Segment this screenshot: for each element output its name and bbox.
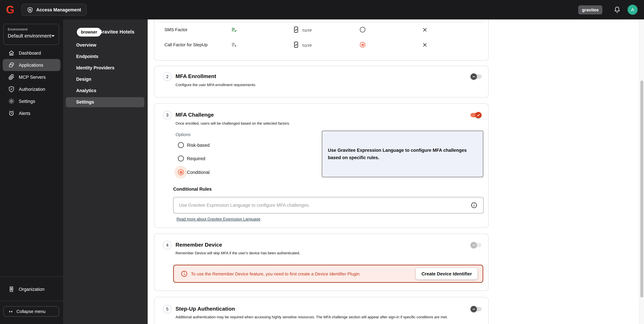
- application-sidebar: browser Gravitee Hotels Overview Endpoin…: [63, 19, 148, 324]
- sidebar-item-alerts[interactable]: Alerts: [3, 107, 60, 119]
- access-management-button[interactable]: Access Management: [22, 4, 86, 16]
- product-label: Access Management: [36, 7, 81, 12]
- main-content: SMS Factor TOTP Call Factor for StepUp: [148, 19, 644, 324]
- applications-icon: [8, 62, 15, 68]
- section-title: Remember Device: [176, 242, 222, 248]
- scrollbar-track[interactable]: [639, 19, 644, 324]
- mfa-challenge-toggle[interactable]: [470, 112, 482, 118]
- row-divider: [158, 22, 484, 22]
- conditional-rules-label: Conditional Rules: [173, 187, 212, 192]
- topbar: G Access Management gravitee A: [0, 0, 644, 19]
- option-radio-conditional[interactable]: [178, 169, 184, 175]
- expression-language-info-panel: Use Gravitee Expression Language to conf…: [322, 131, 483, 177]
- app-window: G Access Management gravitee A Environme…: [0, 0, 644, 324]
- option-label: Risk-based: [187, 143, 210, 148]
- sidebar-item-authorization[interactable]: Authorization: [3, 83, 60, 95]
- app-name: Gravitee Hotels: [99, 29, 134, 34]
- gear-icon: [8, 98, 15, 105]
- toggle-thumb-minus-icon: [470, 242, 477, 248]
- scrollbar-thumb[interactable]: [640, 80, 643, 298]
- shield-check-icon: [8, 86, 15, 92]
- collapse-icon: [8, 309, 13, 314]
- sidebar-item-label: Dashboard: [19, 50, 41, 55]
- conditional-rules-input[interactable]: [173, 197, 484, 213]
- factor-name: SMS Factor: [164, 27, 188, 32]
- section-title: Step-Up Authentication: [176, 306, 235, 312]
- app-type-chip: browser: [77, 28, 101, 36]
- org-switcher-button[interactable]: gravitee: [578, 5, 602, 14]
- option-radio-risk-based[interactable]: [178, 142, 184, 148]
- environment-value: Default environment: [8, 33, 51, 38]
- section-number: 3: [163, 111, 172, 120]
- alert-text: To use the Remember Device feature, you …: [191, 271, 361, 276]
- sidebar-item-label: Authorization: [19, 87, 45, 92]
- section-title: MFA Enrollment: [176, 73, 216, 79]
- option-label: Required: [187, 156, 206, 161]
- home-icon: [8, 50, 15, 56]
- section-description: Additional authentication may be require…: [176, 315, 448, 319]
- sidebar-item-mcp-servers[interactable]: MCP Servers: [3, 71, 60, 83]
- avatar[interactable]: A: [628, 5, 638, 15]
- app-menu-item-analytics[interactable]: Analytics: [66, 86, 144, 96]
- collapse-menu-button[interactable]: Collapse menu: [3, 306, 59, 317]
- section-description: Once enrolled, users will be challenged …: [176, 121, 290, 125]
- app-menu-item-identity-providers[interactable]: Identity Providers: [66, 63, 144, 73]
- sidebar-divider: [0, 301, 63, 301]
- sidebar-item-settings[interactable]: Settings: [3, 95, 60, 107]
- create-device-identifier-button[interactable]: Create Device Identifier: [416, 268, 478, 279]
- read-more-link[interactable]: Read more about Gravitee Expression Lang…: [176, 217, 260, 221]
- factors-card: SMS Factor TOTP Call Factor for StepUp: [154, 19, 488, 61]
- totp-label: TOTP: [302, 43, 312, 48]
- section-number: 2: [163, 72, 172, 81]
- alert-info-icon: [181, 270, 188, 277]
- svg-text:G: G: [6, 4, 14, 15]
- sidebar-divider: [0, 276, 63, 277]
- totp-phone-icon: [293, 26, 299, 33]
- factor-default-radio[interactable]: [360, 42, 366, 48]
- app-menu-item-design[interactable]: Design: [66, 74, 144, 84]
- gravitee-logo-icon: G: [6, 4, 15, 15]
- info-icon[interactable]: [471, 202, 477, 208]
- section-number: 5: [163, 305, 172, 314]
- options-label: Options: [176, 132, 190, 137]
- section-title: MFA Challenge: [176, 112, 214, 118]
- remove-factor-icon[interactable]: [422, 27, 428, 32]
- environment-label: Environment: [8, 27, 55, 31]
- device-identifier-alert: To use the Remember Device feature, you …: [173, 265, 483, 283]
- totp-label: TOTP: [302, 28, 312, 32]
- mfa-enrollment-card: 2 MFA Enrollment Configure the user MFA …: [154, 66, 488, 98]
- toggle-thumb-check-icon: [475, 112, 482, 118]
- app-menu-item-endpoints[interactable]: Endpoints: [66, 52, 144, 62]
- sidebar-item-label: Applications: [19, 62, 43, 67]
- remove-factor-icon[interactable]: [422, 42, 428, 48]
- alarm-clock-icon: [8, 110, 15, 117]
- notifications-bell-icon[interactable]: [614, 6, 621, 13]
- app-menu-item-overview[interactable]: Overview: [66, 40, 144, 50]
- organization-icon: [8, 286, 15, 293]
- collapse-menu-label: Collapse menu: [16, 309, 46, 314]
- sidebar-item-label: Alerts: [19, 111, 30, 116]
- shield-lock-icon: [27, 6, 33, 13]
- step-up-toggle[interactable]: [470, 306, 482, 312]
- paperclip-icon: [8, 74, 15, 80]
- factor-name: Call Factor for StepUp: [164, 42, 208, 47]
- option-radio-required[interactable]: [178, 156, 184, 162]
- sidebar-item-applications[interactable]: Applications: [3, 59, 60, 71]
- step-up-card: 5 Step-Up Authentication Additional auth…: [154, 297, 488, 324]
- sidebar-item-organization[interactable]: Organization: [3, 283, 60, 295]
- avatar-initial: A: [631, 7, 634, 12]
- option-label: Conditional: [187, 170, 210, 175]
- toggle-thumb-minus-icon: [470, 73, 477, 80]
- toggle-thumb-minus-icon: [470, 306, 477, 312]
- remember-device-toggle[interactable]: [470, 242, 482, 248]
- app-menu-item-settings[interactable]: Settings: [66, 97, 144, 107]
- environment-selector[interactable]: Environment Default environment: [3, 24, 59, 45]
- sidebar-item-label: Organization: [19, 287, 44, 292]
- mfa-enrollment-toggle[interactable]: [470, 73, 482, 80]
- factor-enrolled-icon: [231, 26, 238, 33]
- factor-default-radio[interactable]: [360, 27, 366, 32]
- sidebar-item-dashboard[interactable]: Dashboard: [3, 47, 60, 59]
- chevron-down-icon: [51, 35, 55, 37]
- mfa-challenge-card: 3 MFA Challenge Once enrolled, users wil…: [154, 103, 488, 228]
- sidebar-item-label: Settings: [19, 99, 35, 104]
